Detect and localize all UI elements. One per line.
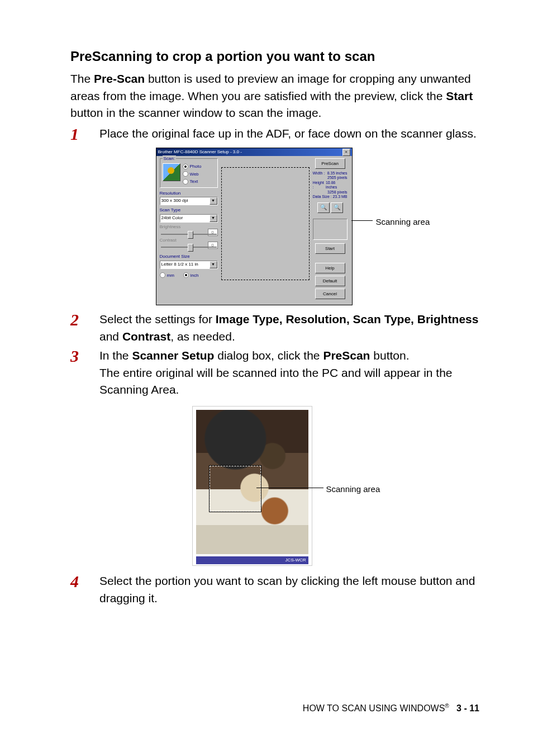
- step-2-text: , as needed.: [170, 330, 235, 343]
- resolution-value: 300 x 300 dpi: [161, 198, 188, 203]
- slider-handle[interactable]: [188, 244, 193, 252]
- resolution-label: Resolution: [160, 190, 218, 197]
- section-heading: PreScanning to crop a portion you want t…: [70, 48, 480, 65]
- step-3-text: dialog box, click the: [214, 349, 323, 362]
- step-number: 4: [70, 569, 79, 594]
- step-3-text: button.: [370, 349, 409, 362]
- radio-mm[interactable]: [160, 272, 165, 278]
- radio-mm-label: mm: [167, 272, 174, 279]
- intro-bold-prescan: Pre-Scan: [94, 72, 145, 85]
- step-2: 2 Select the settings for Image Type, Re…: [70, 311, 480, 345]
- radio-photo-label: Photo: [190, 163, 202, 170]
- scan-group-label: Scan:: [163, 155, 176, 162]
- scantype-label: Scan Type: [160, 207, 218, 214]
- step-number: 1: [70, 122, 79, 147]
- docsize-value: Letter 8 1/2 x 11 in: [161, 262, 198, 267]
- step-2-bold: Image Type, Resolution, Scan Type, Brigh…: [216, 313, 479, 325]
- scan-info: Width :8.35 inches 2505 pixels Height :1…: [313, 171, 348, 199]
- preview-area[interactable]: [221, 167, 310, 280]
- default-button[interactable]: Default: [315, 276, 345, 286]
- scanner-setup-dialog: Brother MFC-8840D Scanner Setup - 3.0 - …: [156, 148, 353, 305]
- step-number: 3: [70, 344, 79, 368]
- radio-web-label: Web: [190, 171, 199, 178]
- photo-caption: JCS-WCR: [196, 556, 308, 564]
- scan-group: Scan: Photo Web Text: [160, 158, 218, 188]
- docsize-label: Document Size: [160, 253, 218, 260]
- zoom-out-icon[interactable]: 🔍: [331, 202, 343, 213]
- callout-line: [256, 488, 323, 488]
- intro-bold-start: Start: [446, 89, 473, 102]
- resolution-select[interactable]: 300 x 300 dpi ▼: [160, 197, 218, 205]
- brightness-value: 0: [208, 229, 218, 236]
- height-px: 3258 pixels: [327, 190, 347, 195]
- dialog-title: Brother MFC-8840D Scanner Setup - 3.0 -: [158, 148, 242, 156]
- thumbnail-preview: [313, 219, 348, 240]
- contrast-value: 0: [208, 242, 218, 249]
- step-2-text: Select the settings for: [99, 313, 216, 325]
- prescan-button[interactable]: PreScan: [315, 158, 345, 169]
- width-value: 8.35 inches: [327, 171, 348, 176]
- step-2-text: and: [99, 330, 122, 343]
- help-button[interactable]: Help: [315, 263, 345, 273]
- dialog-titlebar: Brother MFC-8840D Scanner Setup - 3.0 - …: [156, 148, 352, 156]
- scantype-select[interactable]: 24bit Color ▼: [160, 214, 218, 223]
- scan-thumbnail: [163, 163, 180, 181]
- registered-icon: ®: [445, 702, 449, 708]
- radio-photo[interactable]: [183, 164, 188, 169]
- chevron-down-icon[interactable]: ▼: [210, 261, 217, 268]
- slider-handle[interactable]: [188, 231, 193, 239]
- radio-inch-label: inch: [191, 272, 199, 279]
- footer-text: HOW TO SCAN USING WINDOWS: [303, 703, 445, 713]
- radio-text[interactable]: [183, 179, 188, 185]
- scanned-photo: JCS-WCR: [192, 406, 312, 566]
- callout-scanning-area: Scanning area: [376, 216, 430, 228]
- step-4-text: Select the portion you want to scan by c…: [99, 574, 475, 604]
- datasize-value: 23.3 MB: [332, 195, 347, 199]
- chevron-down-icon[interactable]: ▼: [210, 215, 217, 222]
- width-label: Width :: [313, 171, 325, 176]
- step-2-bold: Contrast: [122, 330, 170, 343]
- zoom-in-icon[interactable]: 🔍: [317, 202, 330, 213]
- step-3-bold: PreScan: [323, 349, 370, 362]
- height-label: Height :: [313, 181, 326, 190]
- docsize-select[interactable]: Letter 8 1/2 x 11 in ▼: [160, 261, 218, 269]
- scantype-value: 24bit Color: [161, 215, 183, 220]
- step-4: 4 Select the portion you want to scan by…: [70, 573, 480, 607]
- step-3-text: In the: [99, 349, 132, 362]
- radio-web[interactable]: [183, 171, 188, 177]
- radio-inch[interactable]: [183, 272, 189, 278]
- callout-scanning-area-2: Scanning area: [326, 483, 380, 495]
- datasize-label: Data Size :: [313, 195, 332, 199]
- start-button[interactable]: Start: [315, 243, 345, 254]
- cancel-button[interactable]: Cancel: [315, 289, 345, 299]
- selection-rectangle[interactable]: [210, 466, 261, 512]
- chevron-down-icon[interactable]: ▼: [210, 197, 217, 205]
- brightness-slider[interactable]: [161, 234, 217, 235]
- intro-paragraph: The Pre-Scan button is used to preview a…: [70, 70, 480, 121]
- page-number: 3 - 11: [456, 703, 479, 713]
- step-number: 2: [70, 308, 79, 332]
- step-1: 1 Place the original face up in the ADF,…: [70, 125, 480, 306]
- step-1-text: Place the original face up in the ADF, o…: [99, 127, 477, 140]
- step-3: 3 In the Scanner Setup dialog box, click…: [70, 347, 480, 566]
- contrast-slider[interactable]: [161, 247, 217, 248]
- callout-line: [351, 220, 373, 221]
- close-icon[interactable]: ×: [342, 149, 350, 156]
- height-value: 10.86 inches: [326, 181, 348, 190]
- width-px: 2505 pixels: [327, 176, 347, 180]
- step-3-line2: The entire original will be scanned into…: [99, 366, 453, 396]
- page-footer: HOW TO SCAN USING WINDOWS® 3 - 11: [303, 702, 479, 715]
- intro-text: button in the scanner window to scan the…: [70, 106, 321, 119]
- intro-text: The: [70, 72, 94, 85]
- step-3-bold: Scanner Setup: [132, 349, 214, 362]
- radio-text-label: Text: [190, 178, 198, 185]
